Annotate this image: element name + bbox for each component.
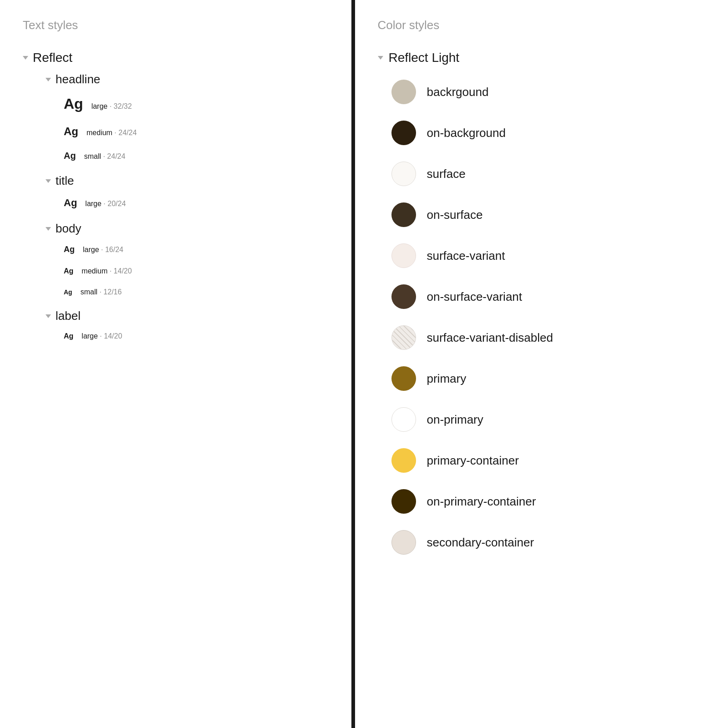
label-label: label xyxy=(56,309,81,323)
color-swatch-secondary-container xyxy=(391,530,416,555)
color-name: backrgound xyxy=(427,85,489,99)
color-swatch-on-background xyxy=(391,121,416,145)
list-item: surface-variant-disabled xyxy=(391,325,684,350)
text-styles-title: Text styles xyxy=(23,18,329,32)
panel-divider xyxy=(351,0,355,728)
color-swatch-on-primary-container xyxy=(391,489,416,514)
color-name: surface-variant xyxy=(427,249,505,263)
list-item: on-primary-container xyxy=(391,489,684,514)
list-item: backrgound xyxy=(391,80,684,104)
color-styles-panel: Color styles Reflect Light backrgound on… xyxy=(355,0,706,728)
ag-preview: Ag xyxy=(64,288,72,296)
color-name: on-surface xyxy=(427,208,483,222)
color-name: on-primary xyxy=(427,413,483,427)
list-item: surface xyxy=(391,162,684,186)
color-name: surface-variant-disabled xyxy=(427,331,553,345)
color-swatch-on-surface xyxy=(391,202,416,227)
color-name: primary-container xyxy=(427,454,519,468)
body-header[interactable]: body xyxy=(46,222,329,236)
list-item: on-background xyxy=(391,121,684,145)
style-desc: medium · 14/20 xyxy=(81,267,132,275)
color-swatch-primary-container xyxy=(391,448,416,473)
style-desc: large · 14/20 xyxy=(81,332,122,340)
color-name: surface xyxy=(427,167,466,181)
ag-preview: Ag xyxy=(64,245,75,254)
ag-preview: Ag xyxy=(64,125,78,138)
list-item: Ag large · 14/20 xyxy=(64,332,329,340)
list-item: primary xyxy=(391,366,684,391)
list-item: Ag small · 24/24 xyxy=(64,151,329,161)
label-items: Ag large · 14/20 xyxy=(64,332,329,340)
color-name: on-primary-container xyxy=(427,495,536,509)
chevron-down-icon xyxy=(46,179,51,183)
list-item: Ag large · 32/32 xyxy=(64,96,329,112)
color-swatch-on-surface-variant xyxy=(391,284,416,309)
title-label: title xyxy=(56,174,74,188)
color-swatch-surface-variant-disabled xyxy=(391,325,416,350)
ag-preview: Ag xyxy=(64,197,77,209)
style-desc: small · 24/24 xyxy=(84,152,126,161)
headline-subsection: headline Ag large · 32/32 Ag medium · 24… xyxy=(46,72,329,161)
title-header[interactable]: title xyxy=(46,174,329,188)
chevron-down-icon xyxy=(46,314,51,318)
color-name: secondary-container xyxy=(427,536,534,550)
chevron-down-icon xyxy=(378,56,383,60)
body-label: body xyxy=(56,222,81,236)
ag-preview: Ag xyxy=(64,151,76,161)
ag-preview: Ag xyxy=(64,96,83,112)
style-desc: large · 16/24 xyxy=(83,246,123,254)
text-styles-panel: Text styles Reflect headline Ag large · … xyxy=(0,0,351,728)
chevron-down-icon xyxy=(46,227,51,231)
chevron-down-icon xyxy=(23,56,28,60)
label-header[interactable]: label xyxy=(46,309,329,323)
reflect-section: Reflect headline Ag large · 32/32 xyxy=(23,51,329,340)
color-swatch-background xyxy=(391,80,416,104)
style-desc: medium · 24/24 xyxy=(86,129,137,137)
color-swatch-primary xyxy=(391,366,416,391)
color-name: on-background xyxy=(427,126,506,140)
reflect-subsections: headline Ag large · 32/32 Ag medium · 24… xyxy=(46,72,329,340)
list-item: on-primary xyxy=(391,407,684,432)
list-item: Ag medium · 14/20 xyxy=(64,267,329,275)
list-item: Ag medium · 24/24 xyxy=(64,125,329,138)
list-item: Ag large · 20/24 xyxy=(64,197,329,209)
headline-label: headline xyxy=(56,72,100,86)
headline-header[interactable]: headline xyxy=(46,72,329,86)
list-item: surface-variant xyxy=(391,243,684,268)
list-item: on-surface xyxy=(391,202,684,227)
reflect-section-header[interactable]: Reflect xyxy=(23,51,329,65)
color-items-list: backrgound on-background surface on-surf… xyxy=(378,80,684,571)
body-subsection: body Ag large · 16/24 Ag medium · 14/20 xyxy=(46,222,329,296)
color-name: primary xyxy=(427,372,467,386)
style-desc: large · 32/32 xyxy=(91,102,132,111)
headline-items: Ag large · 32/32 Ag medium · 24/24 Ag xyxy=(64,96,329,161)
color-swatch-surface-variant xyxy=(391,243,416,268)
reflect-label: Reflect xyxy=(33,51,72,65)
color-styles-title: Color styles xyxy=(378,18,684,32)
list-item: Ag large · 16/24 xyxy=(64,245,329,254)
chevron-down-icon xyxy=(46,78,51,81)
color-swatch-surface xyxy=(391,162,416,186)
ag-preview: Ag xyxy=(64,332,73,340)
reflect-light-header[interactable]: Reflect Light xyxy=(378,51,684,65)
title-items: Ag large · 20/24 xyxy=(64,197,329,209)
color-swatch-on-primary xyxy=(391,407,416,432)
ag-preview: Ag xyxy=(64,267,73,275)
label-subsection: label Ag large · 14/20 xyxy=(46,309,329,340)
body-items: Ag large · 16/24 Ag medium · 14/20 Ag xyxy=(64,245,329,296)
title-subsection: title Ag large · 20/24 xyxy=(46,174,329,209)
list-item: secondary-container xyxy=(391,530,684,555)
reflect-light-label: Reflect Light xyxy=(389,51,460,65)
list-item: Ag small · 12/16 xyxy=(64,288,329,296)
list-item: on-surface-variant xyxy=(391,284,684,309)
list-item: primary-container xyxy=(391,448,684,473)
style-desc: small · 12/16 xyxy=(81,288,122,296)
style-desc: large · 20/24 xyxy=(85,200,126,208)
color-name: on-surface-variant xyxy=(427,290,523,304)
